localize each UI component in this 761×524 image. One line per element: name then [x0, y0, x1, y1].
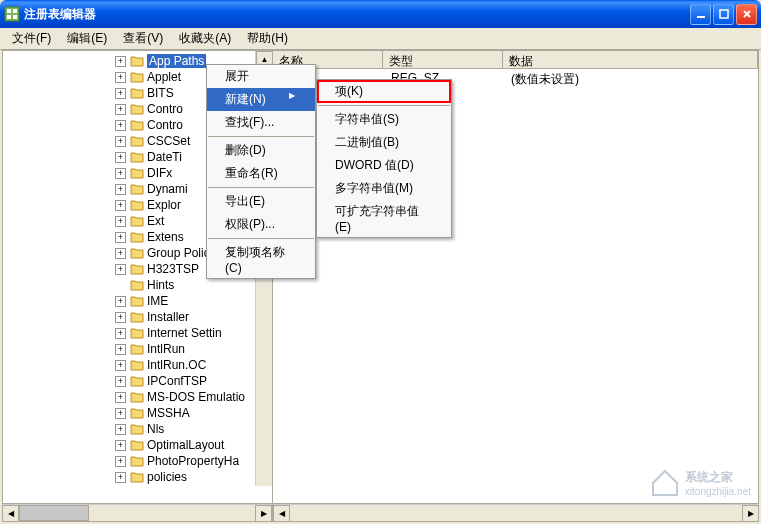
menu-new-binary[interactable]: 二进制值(B) — [317, 131, 451, 154]
tree-item[interactable]: +Installer — [5, 309, 270, 325]
tree-item[interactable]: +OptimalLayout — [5, 437, 270, 453]
menu-copy-key-name[interactable]: 复制项名称(C) — [207, 241, 315, 278]
menu-edit[interactable]: 编辑(E) — [59, 28, 115, 49]
expand-icon[interactable]: + — [115, 72, 126, 83]
expand-icon[interactable]: + — [115, 216, 126, 227]
tree-label: CSCSet — [147, 134, 190, 148]
tree-item[interactable]: +MS-DOS Emulatio — [5, 389, 270, 405]
folder-icon — [130, 87, 144, 99]
folder-icon — [130, 375, 144, 387]
expand-icon[interactable]: + — [115, 184, 126, 195]
expand-icon[interactable]: + — [115, 328, 126, 339]
scroll-left-button[interactable]: ◀ — [2, 505, 19, 522]
expand-icon[interactable]: + — [115, 104, 126, 115]
tree-item[interactable]: +Nls — [5, 421, 270, 437]
tree-item[interactable]: +PhotoPropertyHa — [5, 453, 270, 469]
tree-item[interactable]: +policies — [5, 469, 270, 485]
scroll-right-button[interactable]: ▶ — [742, 505, 759, 522]
expand-icon[interactable]: + — [115, 200, 126, 211]
expand-icon[interactable]: + — [115, 376, 126, 387]
scroll-left-button[interactable]: ◀ — [273, 505, 290, 522]
expand-icon[interactable]: + — [115, 440, 126, 451]
menu-new-expandstring[interactable]: 可扩充字符串值(E) — [317, 200, 451, 237]
menu-file[interactable]: 文件(F) — [4, 28, 59, 49]
tree-label: BITS — [147, 86, 174, 100]
expand-icon[interactable]: + — [115, 296, 126, 307]
expand-icon[interactable]: + — [115, 344, 126, 355]
folder-icon — [130, 135, 144, 147]
folder-icon — [130, 279, 144, 291]
expand-icon[interactable]: + — [115, 152, 126, 163]
tree-item[interactable]: +Internet Settin — [5, 325, 270, 341]
tree-item[interactable]: Hints — [5, 277, 270, 293]
menu-help[interactable]: 帮助(H) — [239, 28, 296, 49]
tree-item[interactable]: +IntlRun — [5, 341, 270, 357]
expand-icon[interactable]: + — [115, 472, 126, 483]
expand-icon[interactable]: + — [115, 408, 126, 419]
tree-item[interactable]: +IntlRun.OC — [5, 357, 270, 373]
menu-export[interactable]: 导出(E) — [207, 190, 315, 213]
folder-icon — [130, 359, 144, 371]
expand-icon[interactable]: + — [115, 456, 126, 467]
column-data[interactable]: 数据 — [503, 51, 758, 68]
tree-label: IME — [147, 294, 168, 308]
tree-label: Ext — [147, 214, 164, 228]
menu-new[interactable]: 新建(N) — [207, 88, 315, 111]
menu-delete[interactable]: 删除(D) — [207, 139, 315, 162]
folder-icon — [130, 151, 144, 163]
expand-icon[interactable]: + — [115, 120, 126, 131]
tree-label: DIFx — [147, 166, 172, 180]
tree-label: IntlRun — [147, 342, 185, 356]
expand-icon[interactable]: + — [115, 424, 126, 435]
watermark-icon — [649, 467, 681, 499]
tree-item[interactable]: +IME — [5, 293, 270, 309]
menu-find[interactable]: 查找(F)... — [207, 111, 315, 134]
expand-icon[interactable]: + — [115, 88, 126, 99]
svg-rect-1 — [7, 9, 11, 13]
tree-scrollbar-horizontal[interactable]: ◀ ▶ — [2, 504, 272, 521]
column-type[interactable]: 类型 — [383, 51, 503, 68]
menu-new-string[interactable]: 字符串值(S) — [317, 108, 451, 131]
tree-item[interactable]: +MSSHA — [5, 405, 270, 421]
menu-new-key[interactable]: 项(K) — [317, 80, 451, 103]
menu-view[interactable]: 查看(V) — [115, 28, 171, 49]
close-button[interactable] — [736, 4, 757, 25]
expand-icon[interactable]: + — [115, 248, 126, 259]
tree-label: MS-DOS Emulatio — [147, 390, 245, 404]
expand-icon[interactable]: + — [115, 312, 126, 323]
tree-item[interactable]: +IPConfTSP — [5, 373, 270, 389]
svg-rect-3 — [7, 15, 11, 19]
tree-label: policies — [147, 470, 187, 484]
scroll-thumb-h[interactable] — [19, 505, 89, 521]
folder-icon — [130, 199, 144, 211]
menu-expand[interactable]: 展开 — [207, 65, 315, 88]
svg-rect-6 — [720, 10, 728, 18]
menu-permissions[interactable]: 权限(P)... — [207, 213, 315, 236]
new-submenu: 项(K) 字符串值(S) 二进制值(B) DWORD 值(D) 多字符串值(M)… — [316, 79, 452, 238]
list-scrollbar-horizontal[interactable]: ◀ ▶ — [273, 504, 759, 521]
expand-icon[interactable]: + — [115, 264, 126, 275]
tree-label: Hints — [147, 278, 174, 292]
scroll-right-button[interactable]: ▶ — [255, 505, 272, 522]
folder-icon — [130, 247, 144, 259]
folder-icon — [130, 455, 144, 467]
folder-icon — [130, 391, 144, 403]
expand-icon[interactable]: + — [115, 392, 126, 403]
tree-label: Explor — [147, 198, 181, 212]
svg-rect-4 — [13, 15, 17, 19]
minimize-button[interactable] — [690, 4, 711, 25]
menu-new-multistring[interactable]: 多字符串值(M) — [317, 177, 451, 200]
folder-icon — [130, 263, 144, 275]
maximize-button[interactable] — [713, 4, 734, 25]
folder-icon — [130, 55, 144, 67]
tree-label: Internet Settin — [147, 326, 222, 340]
expand-icon[interactable]: + — [115, 56, 126, 67]
expand-icon[interactable]: + — [115, 168, 126, 179]
menu-favorites[interactable]: 收藏夹(A) — [171, 28, 239, 49]
expand-icon[interactable]: + — [115, 360, 126, 371]
watermark: 系统之家 xitongzhijia.net — [649, 467, 751, 499]
expand-icon[interactable]: + — [115, 136, 126, 147]
menu-rename[interactable]: 重命名(R) — [207, 162, 315, 185]
expand-icon[interactable]: + — [115, 232, 126, 243]
menu-new-dword[interactable]: DWORD 值(D) — [317, 154, 451, 177]
